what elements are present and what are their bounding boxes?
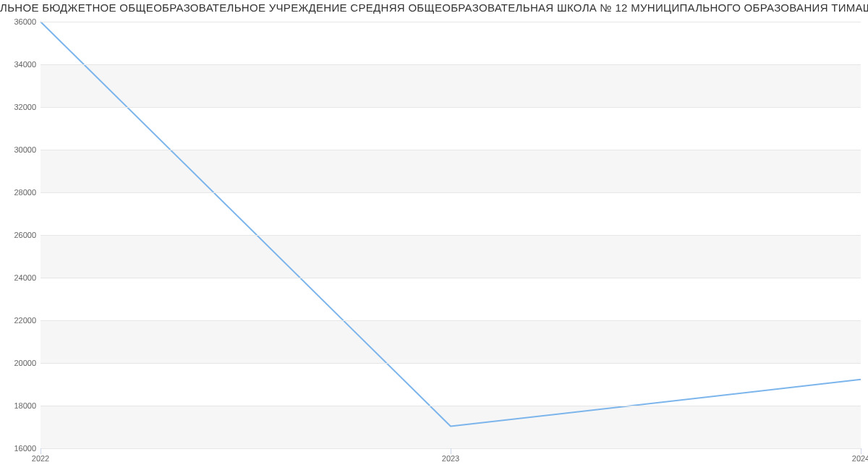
y-axis-tick: 24000 [4,273,36,282]
plot-area [41,22,861,448]
y-axis-tick: 20000 [4,359,36,367]
y-axis-tick: 22000 [4,316,36,325]
gridline [41,192,861,193]
gridline [41,150,861,150]
x-axis-tick: 2024 [852,454,868,463]
y-axis-tick: 18000 [4,401,36,410]
y-axis-tick: 16000 [4,444,36,453]
x-tick-mark [41,448,41,454]
gridline [41,363,861,364]
gridline [41,235,861,236]
gridline [41,64,861,65]
y-axis-tick: 26000 [4,231,36,239]
y-axis-tick: 36000 [4,17,36,26]
x-axis-tick: 2023 [442,454,459,463]
chart-title: ЛЬНОЕ БЮДЖЕТНОЕ ОБЩЕОБРАЗОВАТЕЛЬНОЕ УЧРЕ… [0,1,868,14]
gridline [41,107,861,108]
x-tick-mark [861,448,861,454]
y-axis-tick: 32000 [4,103,36,111]
gridline [41,278,861,278]
x-axis-tick: 2022 [32,454,49,463]
x-tick-mark [451,448,451,454]
y-axis-tick: 34000 [4,60,36,69]
chart-container: ЛЬНОЕ БЮДЖЕТНОЕ ОБЩЕОБРАЗОВАТЕЛЬНОЕ УЧРЕ… [0,0,868,470]
gridline [41,22,861,22]
series-line [41,22,861,427]
gridline [41,406,861,406]
y-axis-tick: 30000 [4,145,36,154]
y-axis-tick: 28000 [4,188,36,197]
gridline [41,320,861,321]
